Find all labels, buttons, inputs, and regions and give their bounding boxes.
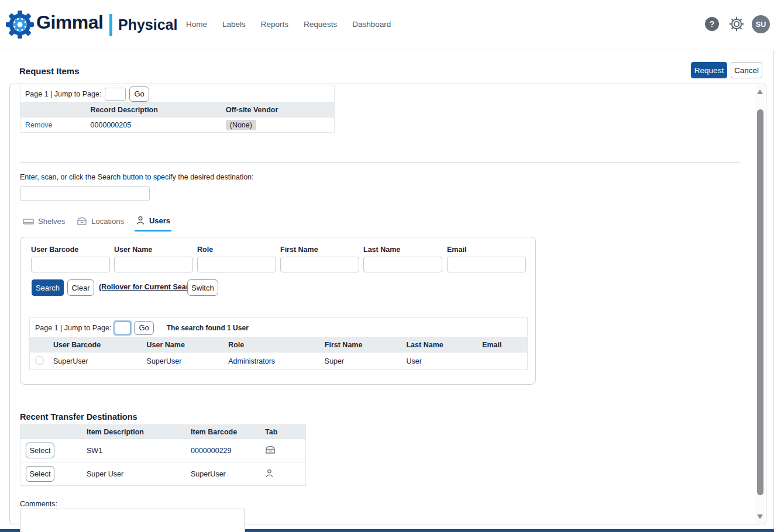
user-icon xyxy=(136,216,145,225)
results-header-row: User Barcode User Name Role First Name L… xyxy=(30,337,527,352)
results-col-first-name: First Name xyxy=(325,341,407,349)
user-barcode-field[interactable] xyxy=(31,257,110,272)
results-summary: The search found 1 User xyxy=(167,324,249,332)
app-header: Gimmal Physical Home Labels Reports Requ… xyxy=(0,0,774,50)
user-results-table: Page 1 | Jump to Page: Go The search fou… xyxy=(29,317,528,370)
nav-dashboard[interactable]: Dashboard xyxy=(352,20,391,29)
transfer-item-barcode: SuperUser xyxy=(186,470,260,478)
destination-prompt: Enter, scan, or click the Search button … xyxy=(20,173,254,181)
brand-product: Physical xyxy=(118,16,177,33)
archive-icon xyxy=(77,217,87,226)
transfer-item-description: SW1 xyxy=(82,447,186,455)
offsite-vendor-badge: (None) xyxy=(226,120,256,130)
user-name-label: User Name xyxy=(114,246,152,254)
user-barcode-label: User Barcode xyxy=(31,246,78,254)
results-go-button[interactable]: Go xyxy=(134,321,153,335)
select-button[interactable]: Select xyxy=(26,466,54,482)
transfers-col-item-barcode: Item Barcode xyxy=(186,428,260,436)
select-user-radio[interactable] xyxy=(35,356,44,365)
results-pager-row: Page 1 | Jump to Page: Go The search fou… xyxy=(30,318,527,337)
items-pager-label: Page 1 | Jump to Page: xyxy=(25,90,101,98)
gimmal-logo-gear-icon xyxy=(6,9,35,42)
cancel-button[interactable]: Cancel xyxy=(731,62,762,78)
transfer-item-barcode: 0000000229 xyxy=(186,447,260,455)
page-title: Request Items xyxy=(19,66,80,76)
items-col-record-description: Record Description xyxy=(86,106,221,114)
scrollbar-thumb[interactable] xyxy=(757,109,763,495)
user-avatar[interactable]: SU xyxy=(752,15,770,33)
tab-shelves[interactable]: Shelves xyxy=(22,213,66,232)
role-field[interactable] xyxy=(197,257,276,272)
comments-textarea[interactable] xyxy=(20,509,245,532)
nav-labels[interactable]: Labels xyxy=(222,20,246,29)
nav-requests[interactable]: Requests xyxy=(304,20,337,29)
items-go-button[interactable]: Go xyxy=(129,87,149,102)
main-nav: Home Labels Reports Requests Dashboard xyxy=(186,20,391,29)
tab-shelves-label: Shelves xyxy=(38,217,65,226)
result-first-name: Super xyxy=(325,357,407,365)
scroll-up-icon[interactable] xyxy=(757,88,763,94)
transfers-header-row: Item Description Item Barcode Tab xyxy=(20,425,305,438)
user-name-field[interactable] xyxy=(114,257,193,272)
user-icon xyxy=(260,469,302,479)
scroll-down-icon[interactable] xyxy=(757,514,763,520)
tab-locations[interactable]: Locations xyxy=(75,213,125,232)
results-col-role: Role xyxy=(228,341,325,349)
result-user-name: SuperUser xyxy=(147,357,229,365)
request-form-panel: Page 1 | Jump to Page: Go Record Descrip… xyxy=(9,84,766,524)
results-col-user-name: User Name xyxy=(147,341,229,349)
recent-transfers-table: Item Description Item Barcode Tab Select… xyxy=(20,424,306,486)
items-header-row: Record Description Off-site Vendor xyxy=(20,102,334,117)
settings-gear-icon[interactable] xyxy=(728,16,745,34)
nav-home[interactable]: Home xyxy=(186,20,207,29)
table-row: SuperUser SuperUser Administrators Super… xyxy=(30,352,527,369)
results-col-user-barcode: User Barcode xyxy=(53,341,147,349)
table-row: Remove 0000000205 (None) xyxy=(20,117,334,132)
destination-input[interactable] xyxy=(20,186,150,201)
last-name-label: Last Name xyxy=(363,246,400,254)
section-divider xyxy=(20,163,740,163)
shelf-icon xyxy=(23,217,34,226)
role-label: Role xyxy=(197,246,213,254)
email-label: Email xyxy=(447,246,466,254)
table-row: Select Super User SuperUser xyxy=(20,462,305,485)
result-role: Administrators xyxy=(228,357,325,365)
app-window: Gimmal Physical Home Labels Reports Requ… xyxy=(0,0,774,532)
items-pager-row: Page 1 | Jump to Page: Go xyxy=(20,85,334,102)
switch-button[interactable]: Switch xyxy=(187,279,218,296)
results-jump-page-input[interactable] xyxy=(115,322,130,334)
result-last-name: User xyxy=(407,357,483,365)
tab-users-label: Users xyxy=(149,216,170,225)
archive-icon xyxy=(260,445,302,456)
destination-tabs: Shelves Locations xyxy=(22,213,171,232)
first-name-field[interactable] xyxy=(280,257,359,272)
items-jump-page-input[interactable] xyxy=(105,88,126,101)
selected-items-table: Page 1 | Jump to Page: Go Record Descrip… xyxy=(20,85,335,133)
tab-locations-label: Locations xyxy=(91,217,124,226)
table-row: Select SW1 0000000229 xyxy=(20,438,305,462)
user-search-panel: User Barcode User Name Role First Name L… xyxy=(20,237,536,385)
clear-button[interactable]: Clear xyxy=(67,279,94,296)
comments-label: Comments: xyxy=(20,500,57,508)
items-col-offsite-vendor: Off-site Vendor xyxy=(221,106,334,114)
nav-reports[interactable]: Reports xyxy=(261,20,288,29)
search-button[interactable]: Search xyxy=(32,279,64,296)
email-field[interactable] xyxy=(447,257,526,272)
request-button[interactable]: Request xyxy=(691,62,727,78)
last-name-field[interactable] xyxy=(363,257,442,272)
record-description-value: 0000000205 xyxy=(86,121,221,129)
results-col-email: Email xyxy=(482,341,527,349)
tab-users[interactable]: Users xyxy=(135,213,171,232)
transfers-col-tab: Tab xyxy=(260,428,302,436)
transfers-col-item-description: Item Description xyxy=(82,428,186,436)
results-pager-label: Page 1 | Jump to Page: xyxy=(35,324,111,332)
remove-link[interactable]: Remove xyxy=(25,121,53,129)
select-button[interactable]: Select xyxy=(26,443,54,458)
help-icon[interactable]: ? xyxy=(705,17,719,31)
rollover-current-search-link[interactable]: (Rollover for Current Search) xyxy=(99,283,199,291)
transfer-item-description: Super User xyxy=(82,470,186,478)
vertical-scrollbar[interactable] xyxy=(755,85,765,524)
first-name-label: First Name xyxy=(280,246,318,254)
result-user-barcode: SuperUser xyxy=(53,357,147,365)
recent-transfers-title: Recent Transfer Destinations xyxy=(20,412,137,422)
